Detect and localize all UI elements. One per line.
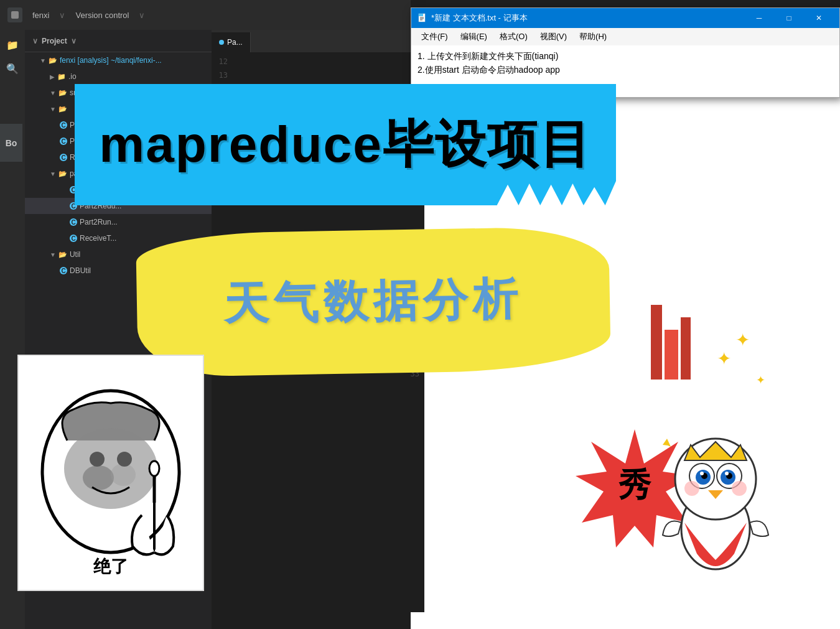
project-header[interactable]: ∨ Project ∨ [25, 30, 212, 52]
doc-icon [418, 13, 427, 23]
version-control[interactable]: Version control [75, 11, 129, 20]
editor-tab-active[interactable]: Pa... [212, 32, 251, 52]
main-title: mapreduce毕设项目 [99, 111, 592, 179]
meme-label: 绝了 [93, 555, 128, 579]
blue-banner: mapreduce毕设项目 [75, 84, 616, 205]
sparkle-3: ✦ [756, 373, 765, 387]
sidebar-bo[interactable]: Bo [0, 124, 22, 162]
svg-point-23 [83, 465, 114, 490]
ide-logo [7, 7, 22, 22]
folder-icon-part2: 📂 [58, 170, 67, 178]
notepad-titlebar-btns: ─ □ ✕ [745, 8, 833, 28]
io-label: .io [68, 72, 77, 81]
dbutil-label: DBUtil [70, 266, 91, 275]
project-label: Project [42, 37, 67, 45]
file-icon-receivet: C [70, 235, 77, 242]
sparkle-2: ✦ [735, 330, 750, 350]
file-icon-part1redu: C [60, 121, 67, 129]
notepad-menubar: 文件(F) 编辑(E) 格式(O) 视图(V) 帮助(H) [411, 28, 839, 45]
maximize-button[interactable]: □ [775, 8, 803, 28]
sidebar-icon-search[interactable]: 🔍 [2, 58, 22, 78]
character-mascot [610, 342, 821, 603]
folder-icon-io: 📁 [57, 73, 66, 81]
folder-icon-util: 📂 [58, 251, 67, 259]
ide-topbar: fenxi ∨ Version control ∨ [0, 0, 411, 30]
svg-point-24 [111, 464, 136, 486]
svg-point-26 [117, 452, 132, 467]
svg-point-20 [732, 481, 747, 496]
notepad-menu-format[interactable]: 格式(O) [495, 30, 533, 44]
code-line-12: 12 [212, 57, 411, 71]
close-button[interactable]: ✕ [805, 8, 833, 28]
svg-rect-2 [419, 14, 423, 16]
notepad-menu-edit[interactable]: 编辑(E) [455, 30, 492, 44]
yellow-splash: 天气数据分析 [136, 226, 611, 377]
notepad-line-2: 2.使用start 启动命令启动hadoop app [418, 63, 833, 77]
project-arrow: ∨ [32, 37, 38, 45]
svg-point-18 [725, 472, 729, 475]
folder-icon-sr: 📂 [58, 89, 67, 97]
svg-point-19 [684, 481, 699, 496]
file-icon-dbutil: C [60, 267, 67, 274]
sub-title: 天气数据分析 [223, 269, 523, 334]
notepad-menu-view[interactable]: 视图(V) [535, 30, 572, 44]
notepad-menu-file[interactable]: 文件(F) [416, 30, 453, 44]
svg-point-17 [700, 472, 704, 475]
root-folder-label: fenxi [analysis] ~/tianqi/fenxi-... [60, 56, 162, 65]
file-icon-receivetable: C [60, 154, 67, 161]
code-line-13: 13 [212, 71, 411, 85]
notepad-title: *新建 文本文档.txt - 记事本 [431, 12, 528, 24]
file-icon-part2run: C [70, 218, 77, 226]
tree-item-part2run[interactable]: C Part2Run... [25, 214, 212, 230]
character-svg [622, 355, 809, 591]
notepad-titlebar: *新建 文本文档.txt - 记事本 ─ □ ✕ [411, 8, 839, 28]
receivet-label: ReceiveT... [80, 234, 116, 243]
svg-point-25 [90, 452, 105, 467]
svg-rect-0 [11, 11, 19, 19]
svg-point-29 [149, 461, 159, 476]
notepad-menu-help[interactable]: 帮助(H) [574, 30, 612, 44]
folder-icon-src2: 📂 [58, 105, 67, 113]
folder-icon: 📂 [49, 57, 57, 65]
part2run-label: Part2Run... [80, 218, 118, 226]
notepad-line-1: 1. 上传文件到新建文件夹下面(tianqi) [418, 49, 833, 63]
notepad-doc-icon: *新建 文本文档.txt - 记事本 [418, 12, 528, 24]
sparkle-1: ✦ [717, 348, 731, 369]
editor-tabs: Pa... [212, 30, 411, 52]
tree-item-io[interactable]: ▶ 📁 .io [25, 68, 212, 85]
minimize-button[interactable]: ─ [745, 8, 773, 28]
sidebar-icon-folder[interactable]: 📁 [2, 35, 22, 55]
svg-point-22 [64, 428, 157, 509]
tree-item-root[interactable]: ▼ 📂 fenxi [analysis] ~/tianqi/fenxi-... [25, 52, 212, 68]
project-name[interactable]: fenxi [32, 11, 49, 20]
file-icon-part1runner: C [60, 137, 67, 145]
meme-box: 绝了 [17, 355, 204, 591]
tab-modified-dot [219, 40, 224, 45]
util-label: Util [70, 250, 80, 259]
